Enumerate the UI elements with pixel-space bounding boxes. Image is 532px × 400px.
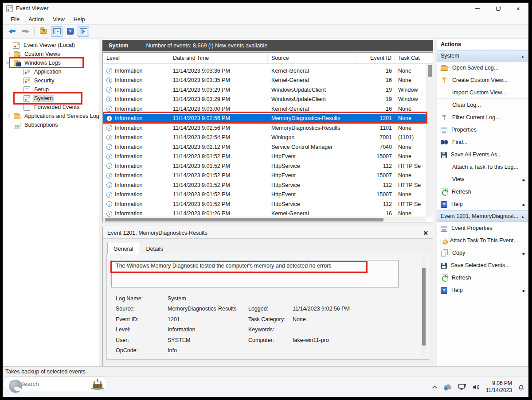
action-item[interactable]: Help bbox=[437, 284, 528, 296]
actions-section-system[interactable]: System bbox=[437, 50, 528, 62]
tab-general[interactable]: General bbox=[107, 243, 139, 254]
onedrive-cloud-icon[interactable]: i bbox=[443, 384, 453, 391]
event-id-cell: 112 bbox=[356, 163, 395, 169]
event-row[interactable]: Information 11/14/2023 9:01:52 PM HttpEv… bbox=[103, 171, 426, 181]
export-log-button[interactable] bbox=[38, 26, 49, 37]
event-row[interactable]: Information 11/14/2023 9:02:56 PM Memory… bbox=[103, 114, 426, 124]
details-scrollbar[interactable] bbox=[421, 258, 426, 356]
maximize-button[interactable] bbox=[488, 3, 508, 14]
action-item[interactable]: Filter Current Log... bbox=[437, 111, 528, 124]
tree-chevron-icon[interactable] bbox=[4, 113, 14, 119]
collapse-icon[interactable] bbox=[521, 213, 524, 219]
back-button[interactable] bbox=[6, 26, 18, 37]
tree-item[interactable]: Application bbox=[3, 67, 99, 76]
event-row[interactable]: Information 11/14/2023 9:01:52 PM HttpEv… bbox=[103, 152, 426, 162]
cast-display-icon[interactable] bbox=[458, 383, 467, 391]
action-label: Import Custom View... bbox=[452, 89, 506, 96]
tree-chevron-icon[interactable] bbox=[4, 60, 14, 66]
tree-chevron-icon[interactable] bbox=[14, 95, 23, 101]
tree-item[interactable]: Setup bbox=[3, 85, 99, 94]
event-row[interactable]: Information 11/14/2023 9:03:36 PM Kernel… bbox=[103, 66, 426, 76]
information-icon bbox=[106, 201, 112, 207]
menu-item[interactable]: Action bbox=[24, 14, 48, 24]
actions-section-event[interactable]: Event 1201, MemoryDiagnost... bbox=[437, 210, 528, 222]
column-header-date[interactable]: Date and Time bbox=[169, 54, 268, 62]
tray-chevron-up-icon[interactable] bbox=[432, 385, 438, 389]
tree-chevron-icon[interactable] bbox=[14, 78, 23, 84]
event-list-vertical-scrollbar[interactable] bbox=[426, 64, 433, 217]
help-toolbar-button[interactable] bbox=[64, 26, 76, 37]
tree-item[interactable]: Applications and Services Log bbox=[3, 112, 99, 120]
tray-clock[interactable]: 9:06 PM 11/14/2023 bbox=[486, 380, 512, 394]
column-header-source[interactable]: Source bbox=[268, 54, 356, 62]
tree-item[interactable]: Custom Views bbox=[3, 50, 99, 58]
menu-item[interactable]: Help bbox=[69, 14, 90, 24]
tree-item[interactable]: Security bbox=[3, 76, 99, 85]
action-item[interactable]: Clear Log... bbox=[437, 99, 528, 111]
action-item[interactable]: Event Properties bbox=[437, 222, 528, 234]
search-input[interactable] bbox=[20, 381, 78, 387]
event-row[interactable]: Information 11/14/2023 9:02:54 PM Winlog… bbox=[103, 133, 426, 143]
field-value: None bbox=[293, 316, 402, 322]
event-id-cell: 112 bbox=[356, 182, 395, 188]
toggle-console-tree-button[interactable] bbox=[51, 26, 63, 37]
toggle-action-pane-button[interactable] bbox=[78, 26, 89, 37]
tree-item[interactable]: Forwarded Events bbox=[3, 103, 99, 112]
tree-item[interactable]: System bbox=[3, 94, 99, 103]
column-header-task-cat[interactable]: Task Cat bbox=[395, 54, 426, 62]
column-header-event-id[interactable]: Event ID bbox=[356, 54, 395, 62]
event-row[interactable]: Information 11/14/2023 9:03:35 PM Kernel… bbox=[103, 76, 426, 85]
action-item[interactable]: Refresh bbox=[437, 186, 528, 198]
event-row[interactable]: Information 11/14/2023 9:01:52 PM HttpSe… bbox=[103, 199, 426, 209]
tree-chevron-icon[interactable] bbox=[14, 86, 23, 93]
minimize-button[interactable] bbox=[467, 3, 488, 14]
action-item[interactable]: Open Saved Log... bbox=[437, 62, 528, 74]
event-row[interactable]: Information 11/14/2023 9:02:56 PM Memory… bbox=[103, 123, 426, 133]
details-close-icon[interactable]: ✕ bbox=[423, 229, 428, 237]
action-item[interactable]: Copy bbox=[437, 247, 528, 259]
scrollbar-thumb[interactable] bbox=[422, 268, 426, 346]
action-item[interactable]: Create Custom View... bbox=[437, 74, 528, 86]
tree-item[interactable]: Subscriptions bbox=[3, 120, 99, 129]
menu-item[interactable]: File bbox=[6, 14, 24, 24]
action-item[interactable]: Refresh bbox=[437, 272, 528, 284]
tab-details[interactable]: Details bbox=[140, 244, 168, 254]
scrollbar-thumb[interactable] bbox=[105, 218, 383, 221]
action-item[interactable]: Properties bbox=[437, 124, 528, 136]
event-row[interactable]: Information 11/14/2023 9:01:52 PM HttpSe… bbox=[103, 180, 426, 190]
event-row[interactable]: Information 11/14/2023 9:03:29 PM Window… bbox=[103, 85, 426, 95]
action-item[interactable]: Save Selected Events... bbox=[437, 259, 528, 272]
event-row[interactable]: Information 11/14/2023 9:02:12 PM Servic… bbox=[103, 142, 426, 152]
tree-chevron-icon[interactable] bbox=[14, 69, 23, 75]
notification-bell-icon[interactable] bbox=[517, 383, 525, 391]
tree-item[interactable]: Event Viewer (Local) bbox=[3, 41, 99, 50]
action-item[interactable]: Import Custom View... bbox=[437, 86, 528, 99]
event-id-cell: 15007 bbox=[356, 172, 395, 179]
event-list-horizontal-scrollbar[interactable] bbox=[103, 217, 426, 222]
weather-widget-icon[interactable] bbox=[9, 380, 22, 393]
tree-chevron-icon[interactable] bbox=[4, 122, 14, 128]
tree-chevron-icon[interactable] bbox=[3, 42, 13, 48]
event-row[interactable]: Information 11/14/2023 9:01:52 PM HttpSe… bbox=[103, 161, 426, 171]
action-item[interactable]: Find... bbox=[437, 136, 528, 148]
close-button[interactable]: × bbox=[508, 3, 528, 14]
column-header-level[interactable]: Level bbox=[103, 54, 169, 62]
action-item[interactable]: Save All Events As... bbox=[437, 148, 528, 161]
tree-item[interactable]: Windows Logs bbox=[3, 58, 99, 67]
event-level-text: Information bbox=[115, 191, 143, 198]
tree-chevron-icon[interactable] bbox=[14, 104, 23, 110]
event-row[interactable]: Information 11/14/2023 9:03:00 PM Kernel… bbox=[103, 104, 426, 114]
collapse-icon[interactable] bbox=[521, 53, 524, 59]
event-row[interactable]: Information 11/14/2023 9:01:52 PM HttpEv… bbox=[103, 190, 426, 200]
action-item[interactable]: View bbox=[437, 173, 528, 186]
menu-item[interactable]: View bbox=[48, 14, 69, 24]
action-item[interactable]: Help bbox=[437, 198, 528, 210]
event-row[interactable]: Information 11/14/2023 9:03:29 PM Window… bbox=[103, 95, 426, 105]
submenu-arrow-icon bbox=[523, 287, 525, 293]
action-item[interactable]: Attach Task To This Event... bbox=[437, 234, 528, 247]
forward-button[interactable] bbox=[20, 26, 31, 37]
volume-icon[interactable] bbox=[472, 384, 481, 391]
scrollbar-thumb[interactable] bbox=[428, 65, 432, 77]
tree-chevron-icon[interactable] bbox=[4, 51, 14, 57]
action-item[interactable]: Attach a Task To this Log... bbox=[437, 161, 528, 173]
